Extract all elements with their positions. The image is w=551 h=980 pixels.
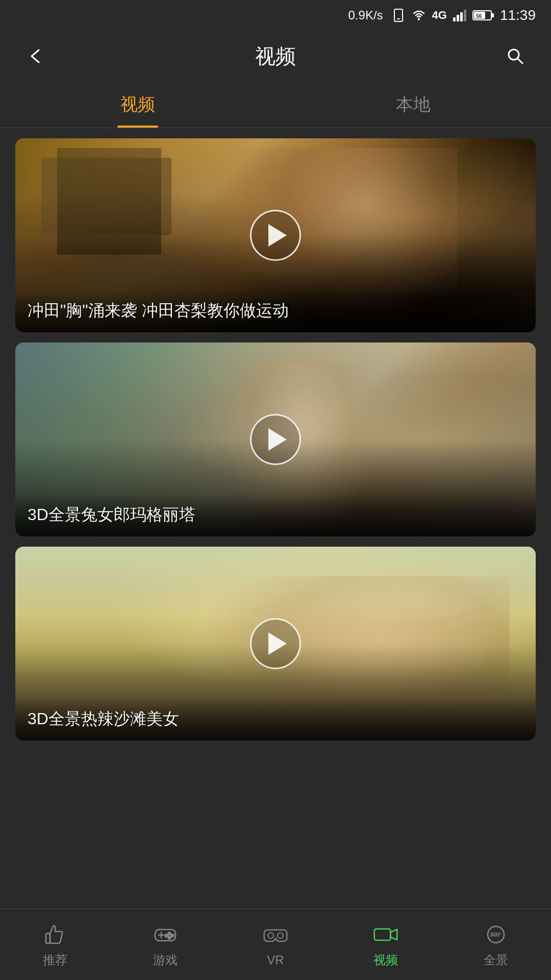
current-time: 11:39 [500,7,536,23]
svg-point-21 [268,933,273,938]
nav-label-vr: VR [267,953,284,967]
bottom-navigation: 推荐 游戏 VR [0,909,551,980]
svg-point-18 [171,934,174,937]
svg-point-20 [165,934,168,937]
back-button[interactable] [20,41,51,71]
play-button-1[interactable] [250,210,301,261]
nav-item-panorama[interactable]: 360° 全景 [441,909,551,980]
svg-point-17 [168,932,171,935]
video-thumbnail-1: 冲田"胸"涌来袭 冲田杏梨教你做运动 [15,138,536,332]
svg-rect-3 [453,17,456,21]
svg-rect-0 [394,9,403,21]
page-title: 视频 [51,42,500,70]
video-thumbnail-3: 3D全景热辣沙滩美女 [15,547,536,741]
svg-text:56: 56 [476,13,482,19]
tab-local-video[interactable]: 本地 [276,82,551,128]
play-button-3[interactable] [250,618,301,669]
nav-item-vr[interactable]: VR [220,909,331,980]
thumb-up-icon [42,921,68,948]
video-camera-icon [372,921,399,948]
nav-item-games[interactable]: 游戏 [110,909,220,980]
video-card-1[interactable]: 冲田"胸"涌来袭 冲田杏梨教你做运动 [15,138,536,332]
svg-rect-4 [457,15,459,21]
tab-online-video[interactable]: 视频 [0,82,276,128]
video-thumbnail-2: 3D全景兔女郎玛格丽塔 [15,342,536,536]
play-triangle-icon [268,632,287,655]
network-speed: 0.9K/s [348,8,383,22]
play-triangle-icon [268,224,287,247]
svg-rect-8 [491,13,494,17]
search-button[interactable] [500,41,531,71]
nav-label-video: 视频 [373,952,398,968]
phone-icon [391,8,406,22]
svg-rect-23 [374,928,391,940]
svg-rect-6 [464,10,466,21]
video-title-1: 冲田"胸"涌来袭 冲田杏梨教你做运动 [15,289,536,332]
nav-item-video[interactable]: 视频 [331,909,441,980]
video-title-3: 3D全景热辣沙滩美女 [15,698,536,741]
panorama-icon: 360° [483,921,509,948]
svg-rect-5 [460,12,463,21]
nav-label-recommend: 推荐 [43,952,67,968]
status-icons: 4G 56 11:39 [391,7,536,23]
svg-rect-13 [46,934,50,943]
video-list-container: 冲田"胸"涌来袭 冲田杏梨教你做运动 3D全景兔女郎玛格丽塔 [0,128,551,832]
vr-icon [262,922,289,949]
play-button-2[interactable] [250,414,301,465]
video-title-2: 3D全景兔女郎玛格丽塔 [15,494,536,536]
tab-bar: 视频 本地 [0,82,551,128]
nav-label-panorama: 全景 [484,952,508,968]
video-list: 冲田"胸"涌来袭 冲田杏梨教你做运动 3D全景兔女郎玛格丽塔 [0,128,551,751]
signal-icon [452,8,467,22]
status-bar: 0.9K/s 4G 56 11:39 [0,0,551,31]
nav-item-recommend[interactable]: 推荐 [0,909,110,980]
gamepad-icon [152,921,179,948]
battery-icon: 56 [472,9,495,22]
svg-rect-1 [397,18,400,19]
nav-label-games: 游戏 [153,952,178,968]
network-type: 4G [432,9,447,22]
svg-point-22 [278,933,283,938]
svg-point-19 [168,936,171,939]
svg-text:360°: 360° [490,932,502,938]
wifi-icon [411,8,427,22]
svg-point-2 [418,18,420,20]
video-card-2[interactable]: 3D全景兔女郎玛格丽塔 [15,342,536,536]
play-triangle-icon [268,428,287,451]
svg-line-12 [517,58,522,63]
video-card-3[interactable]: 3D全景热辣沙滩美女 [15,547,536,741]
header: 视频 [0,31,551,82]
